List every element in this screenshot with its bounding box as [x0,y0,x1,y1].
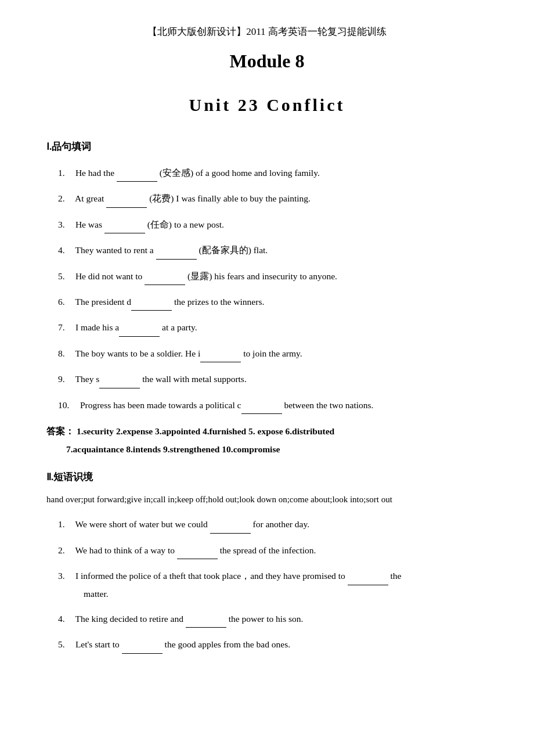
q1-text-before: He had the [75,168,117,178]
q6-blank [131,293,172,311]
unit-title: Unit 23 Conflict [46,89,488,121]
question-7: 7. I made his a at a party. [58,319,488,336]
q8-text-before: The boy wants to be a soldier. He i [75,348,201,358]
s2-q4-after: the power to his son. [229,614,304,624]
s2-q1-num: 1. [58,516,73,532]
q5-hint: (显露) [187,271,212,281]
q7-blank [119,319,160,336]
chinese-title: 【北师大版创新设计】2011 高考英语一轮复习提能训练 [46,23,488,41]
q6-text-before: The president d [75,297,131,307]
answers-line2: 7.acquaintance 8.intends 9.strengthened … [66,444,280,454]
section2-title: Ⅱ.短语识境 [46,469,488,487]
q2-text-before: At great [75,193,106,203]
question-10: 10. Progress has been made towards a pol… [58,397,488,414]
q1-num: 1. [58,164,73,181]
s2-q2-before: We had to think of a way to [75,545,177,555]
q7-text-before: I made his a [75,322,119,332]
q1-text-after: of a good home and loving family. [196,168,320,178]
s2-question-2: 2. We had to think of a way to the sprea… [58,542,488,559]
s2-question-1: 1. We were short of water but we could f… [58,516,488,533]
s2-q1-blank [210,516,251,533]
q9-text-after: the wall with metal supports. [142,374,247,384]
q8-blank [200,345,241,362]
q9-blank [99,370,140,388]
q9-text-before: They s [75,374,100,384]
s2-q2-after: the spread of the infection. [220,545,316,555]
q5-text-before: He did not want to [75,271,145,281]
q5-num: 5. [58,268,73,285]
q10-blank [241,397,282,414]
s2-q5-blank [122,636,163,653]
s2-q3-after: the [391,571,402,581]
s2-question-3: 3. I informed the police of a theft that… [58,567,488,602]
s2-q5-after: the good apples from the bad ones. [165,639,291,649]
q3-blank [104,216,145,233]
q3-text-after: to a new post. [174,219,224,229]
module-title: Module 8 [46,45,488,78]
q4-num: 4. [58,242,73,258]
s2-q3-continuation: matter. [58,585,109,602]
q7-num: 7. [58,319,73,336]
phrase-list-header: hand over;put forward;give in;call in;ke… [46,491,488,508]
s2-q1-after: for another day. [253,519,310,529]
q4-text-before: They wanted to rent a [75,245,156,255]
question-1: 1. He had the (安全感) of a good home and l… [58,164,488,182]
section1-answers: 答案： 1.security 2.expense 3.appointed 4.f… [46,422,488,458]
s2-q3-num: 3. [58,567,73,584]
s2-q2-num: 2. [58,542,73,559]
answer-label: 答案： [46,426,74,436]
q6-num: 6. [58,293,73,310]
s2-q2-blank [177,542,218,559]
q8-text-after: to join the army. [243,348,302,358]
q5-blank [145,268,185,285]
question-4: 4. They wanted to rent a (配备家具的) flat. [58,242,488,259]
section1-questions: 1. He had the (安全感) of a good home and l… [46,164,488,414]
q4-hint: (配备家具的) [199,245,251,255]
s2-q3-before: I informed the police of a theft that to… [75,571,348,581]
answers-line1: 1.security 2.expense 3.appointed 4.furni… [77,426,334,436]
s2-q4-blank [186,610,226,628]
section2-questions: 1. We were short of water but we could f… [46,516,488,654]
q7-text-after: at a party. [162,322,197,332]
q10-text-after: between the two nations. [284,400,373,410]
question-2: 2. At great (花费) I was finally able to b… [58,190,488,207]
q2-num: 2. [58,190,73,207]
q3-hint: (任命) [147,219,174,229]
question-5: 5. He did not want to (显露) his fears and… [58,268,488,285]
q8-num: 8. [58,345,73,362]
q10-num: 10. [58,397,78,413]
q2-text-after: I was finally able to buy the painting. [176,193,311,203]
s2-q4-before: The king decided to retire and [75,614,186,624]
q2-blank [106,190,147,207]
s2-question-5: 5. Let's start to the good apples from t… [58,636,488,653]
s2-q4-num: 4. [58,610,73,627]
q1-blank [117,164,157,182]
q2-hint: (花费) [149,193,176,203]
s2-question-4: 4. The king decided to retire and the po… [58,610,488,628]
section1-title: Ⅰ.品句填词 [46,138,488,156]
question-8: 8. The boy wants to be a soldier. He i t… [58,345,488,362]
q3-text-before: He was [75,219,104,229]
question-3: 3. He was (任命) to a new post. [58,216,488,233]
q6-text-after: the prizes to the winners. [174,297,264,307]
q5-text-after: his fears and insecurity to anyone. [214,271,337,281]
s2-q1-before: We were short of water but we could [75,519,210,529]
question-6: 6. The president d the prizes to the win… [58,293,488,311]
q4-blank [156,242,197,259]
s2-q5-num: 5. [58,636,73,653]
question-9: 9. They s the wall with metal supports. [58,370,488,388]
s2-q3-blank [348,567,388,585]
q4-text-after: flat. [254,245,268,255]
q9-num: 9. [58,370,73,387]
s2-q5-before: Let's start to [75,639,122,649]
q1-hint: (安全感) [160,168,196,178]
q10-text-before: Progress has been made towards a politic… [80,400,241,410]
q3-num: 3. [58,216,73,233]
